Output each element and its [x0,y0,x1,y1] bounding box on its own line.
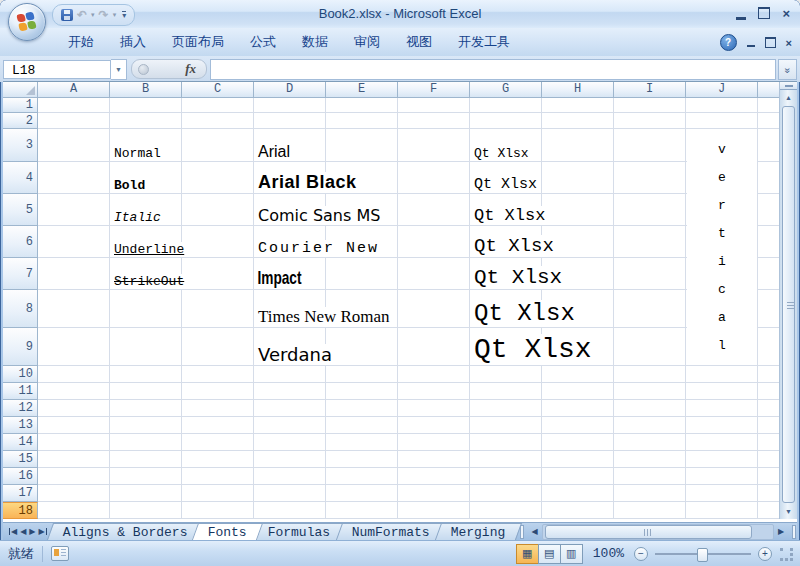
cell-A14[interactable] [38,434,110,451]
cell-G13[interactable] [470,417,542,434]
cell-F9[interactable] [398,328,470,366]
cell-partial-6[interactable] [758,226,779,258]
ribbon-tab-1[interactable]: 插入 [107,33,159,51]
cell-H5[interactable] [542,194,614,226]
cell-I10[interactable] [614,366,686,383]
cell-partial-3[interactable] [758,129,779,162]
cell-H4[interactable] [542,162,614,194]
scrollbar-resize-handle[interactable] [790,523,797,540]
cell-D11[interactable] [254,383,326,400]
cell-F15[interactable] [398,451,470,468]
cell-H18[interactable] [542,502,614,519]
cell-I2[interactable] [614,113,686,129]
cell-F1[interactable] [398,98,470,113]
cell-G12[interactable] [470,400,542,417]
cell-D9[interactable] [254,328,326,366]
cell-G8[interactable] [470,290,542,328]
cell-partial-17[interactable] [758,485,779,502]
cell-C6[interactable] [182,226,254,258]
cell-E8[interactable] [326,290,398,328]
scroll-up-icon[interactable]: ▲ [780,90,797,105]
cell-I3[interactable] [614,129,686,162]
cell-E12[interactable] [326,400,398,417]
cell-D7[interactable] [254,258,326,290]
cell-I17[interactable] [614,485,686,502]
row-header-15[interactable]: 15 [3,451,38,468]
cell-G4[interactable] [470,162,542,194]
cell-H17[interactable] [542,485,614,502]
column-header-J[interactable]: J [686,82,758,98]
split-handle[interactable] [780,82,797,90]
cell-J1[interactable] [686,98,758,113]
row-header-10[interactable]: 10 [3,366,38,383]
previous-sheet-button[interactable]: ◀ [20,527,26,536]
cell-I7[interactable] [614,258,686,290]
cell-F18[interactable] [398,502,470,519]
cell-C5[interactable] [182,194,254,226]
cell-C11[interactable] [182,383,254,400]
cell-H11[interactable] [542,383,614,400]
cell-B15[interactable] [110,451,182,468]
cell-H16[interactable] [542,468,614,485]
cell-C14[interactable] [182,434,254,451]
row-header-12[interactable]: 12 [3,400,38,417]
column-header-C[interactable]: C [182,82,254,98]
cell-J10[interactable] [686,366,758,383]
cell-C12[interactable] [182,400,254,417]
cell-A13[interactable] [38,417,110,434]
cell-H12[interactable] [542,400,614,417]
row-header-13[interactable]: 13 [3,417,38,434]
formula-input[interactable] [210,59,776,80]
ribbon-tab-5[interactable]: 审阅 [341,33,393,51]
cell-C13[interactable] [182,417,254,434]
column-header-F[interactable]: F [398,82,470,98]
row-header-7[interactable]: 7 [3,258,38,290]
cell-J14[interactable] [686,434,758,451]
cell-A9[interactable] [38,328,110,366]
cell-D2[interactable] [254,113,326,129]
cell-D17[interactable] [254,485,326,502]
cell-J11[interactable] [686,383,758,400]
cell-partial-2[interactable] [758,113,779,129]
cell-E2[interactable] [326,113,398,129]
cell-B1[interactable] [110,98,182,113]
cell-A16[interactable] [38,468,110,485]
ribbon-tab-3[interactable]: 公式 [237,33,289,51]
zoom-level-label[interactable]: 100% [593,546,624,561]
cell-partial-5[interactable] [758,194,779,226]
sheet-tab-fonts[interactable]: Fonts [192,523,263,540]
column-header-I[interactable]: I [614,82,686,98]
zoom-slider-handle[interactable] [697,548,708,562]
office-button[interactable] [8,3,46,41]
cell-D3[interactable] [254,129,326,162]
cell-A8[interactable] [38,290,110,328]
cell-F3[interactable] [398,129,470,162]
scroll-right-icon[interactable]: ▶ [774,527,788,536]
cell-G16[interactable] [470,468,542,485]
cell-H7[interactable] [542,258,614,290]
workbook-restore-button[interactable] [765,37,776,48]
cell-H2[interactable] [542,113,614,129]
cell-E3[interactable] [326,129,398,162]
row-header-14[interactable]: 14 [3,434,38,451]
row-header-6[interactable]: 6 [3,226,38,258]
cell-D8[interactable] [254,290,326,328]
scroll-left-icon[interactable]: ◀ [528,527,542,536]
cell-C16[interactable] [182,468,254,485]
cell-C8[interactable] [182,290,254,328]
cell-C10[interactable] [182,366,254,383]
row-header-9[interactable]: 9 [3,328,38,366]
cell-B16[interactable] [110,468,182,485]
cell-G9[interactable] [470,328,542,366]
ribbon-tab-6[interactable]: 视图 [393,33,445,51]
cell-E6[interactable] [326,226,398,258]
workbook-minimize-button[interactable] [747,45,755,47]
cell-B11[interactable] [110,383,182,400]
horizontal-scrollbar-track[interactable] [542,524,774,540]
column-header-B[interactable]: B [110,82,182,98]
cell-J2[interactable] [686,113,758,129]
cell-F5[interactable] [398,194,470,226]
sheet-tab-merging[interactable]: Merging [435,523,522,540]
ribbon-tab-7[interactable]: 开发工具 [445,33,523,51]
cell-B18[interactable] [110,502,182,519]
